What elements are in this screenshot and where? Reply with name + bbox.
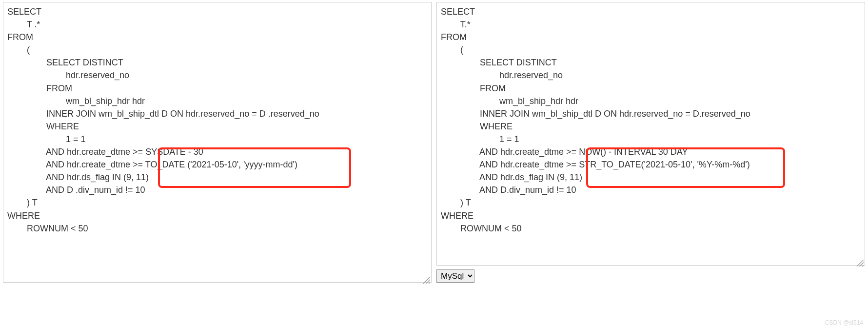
resize-handle-icon[interactable] <box>857 257 864 264</box>
sql-panel-left: SELECT T .* FROM ( SELECT DISTINCT hdr.r… <box>3 2 432 283</box>
resize-handle-icon[interactable] <box>423 274 430 281</box>
sql-text-left[interactable]: SELECT T .* FROM ( SELECT DISTINCT hdr.r… <box>7 5 427 235</box>
dialect-select-wrap: MySql <box>436 269 865 283</box>
dialect-select[interactable]: MySql <box>436 269 474 283</box>
sql-text-right[interactable]: SELECT T.* FROM ( SELECT DISTINCT hdr.re… <box>441 5 861 235</box>
sql-panel-right: SELECT T.* FROM ( SELECT DISTINCT hdr.re… <box>436 2 865 266</box>
